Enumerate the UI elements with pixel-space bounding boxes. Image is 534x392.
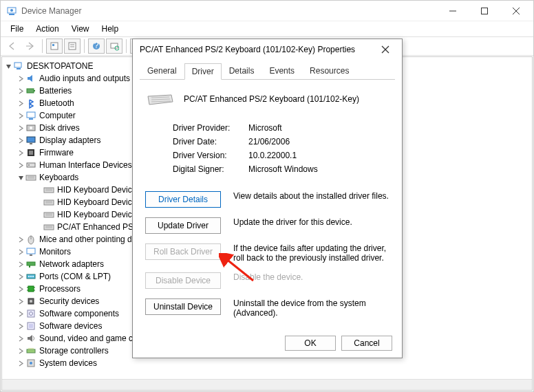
svg-rect-25 (27, 112, 35, 118)
network-icon (25, 259, 36, 270)
disable-device-button[interactable]: Disable Device (145, 272, 221, 289)
disk-icon (25, 122, 36, 133)
menu-action[interactable]: Action (30, 23, 64, 35)
expander-icon[interactable] (16, 150, 25, 156)
tab-events[interactable]: Events (261, 63, 302, 79)
svg-text:?: ? (94, 41, 99, 50)
ok-button[interactable]: OK (285, 336, 336, 351)
expander-icon[interactable] (16, 237, 25, 243)
dialog-close-button[interactable] (376, 45, 395, 54)
expander-icon[interactable] (16, 311, 25, 317)
tree-label: Processors (39, 284, 81, 294)
dialog-footer: OK Cancel (133, 329, 402, 358)
cpu-icon (25, 283, 36, 294)
uninstall-device-button[interactable]: Uninstall Device (145, 298, 221, 315)
audio-icon (25, 73, 36, 84)
tab-driver[interactable]: Driver (184, 63, 222, 80)
minimize-button[interactable] (437, 1, 469, 21)
battery-icon (25, 85, 36, 96)
svg-rect-10 (69, 43, 76, 50)
expander-icon[interactable] (16, 323, 25, 329)
svg-rect-4 (482, 8, 488, 14)
update-driver-button[interactable]: Update Driver (145, 217, 221, 234)
toolbar-scan-icon[interactable] (106, 39, 122, 54)
svg-point-59 (32, 276, 34, 277)
expander-icon[interactable] (16, 274, 25, 280)
tree-label: Keyboards (39, 173, 78, 182)
svg-rect-67 (28, 310, 34, 317)
svg-rect-54 (27, 262, 35, 265)
expander-icon[interactable] (16, 125, 25, 131)
driver-properties-dialog: PC/AT Enhanced PS/2 Keyboard (101/102-Ke… (132, 39, 403, 358)
expander-icon[interactable] (16, 138, 25, 144)
expander-icon[interactable] (3, 63, 13, 69)
menubar: File Action View Help (1, 21, 533, 36)
expander-icon[interactable] (16, 336, 25, 342)
svg-rect-33 (27, 163, 35, 167)
expander-icon[interactable] (16, 76, 25, 82)
computer-icon (13, 61, 24, 72)
tree-label: Security devices (39, 296, 99, 306)
tree-label: System devices (39, 358, 97, 368)
tree-node[interactable]: System devices (3, 357, 531, 369)
expander-icon[interactable] (16, 249, 25, 255)
version-label: Driver Version: (173, 151, 248, 160)
expander-icon[interactable] (16, 175, 25, 181)
softdev-icon (25, 320, 36, 331)
toolbar-properties-icon[interactable] (64, 39, 81, 54)
tree-label: Software devices (39, 321, 102, 331)
maximize-button[interactable] (469, 1, 500, 21)
toolbar-help-icon[interactable]: ? (88, 39, 105, 54)
tree-label: HID Keyboard Device (57, 197, 136, 207)
tab-general[interactable]: General (140, 63, 184, 79)
svg-rect-1 (9, 14, 14, 15)
monitor-icon (25, 246, 36, 257)
keyboard-icon (43, 184, 54, 195)
mouse-icon (25, 234, 36, 245)
menu-view[interactable]: View (66, 23, 95, 35)
expander-icon[interactable] (16, 261, 25, 268)
expander-icon[interactable] (16, 162, 25, 168)
svg-rect-70 (29, 324, 33, 328)
forward-button[interactable] (22, 39, 39, 54)
uninstall-device-desc: Uninstall the device from the system (Ad… (233, 298, 389, 318)
tree-label: HID Keyboard Device (57, 210, 136, 219)
roll-back-driver-desc: If the device fails after updating the d… (233, 243, 389, 263)
sound-icon (25, 333, 36, 344)
update-driver-desc: Update the driver for this device. (233, 217, 389, 227)
keyboard-icon (43, 221, 54, 232)
keyboard-icon (43, 197, 54, 208)
tree-label: Monitors (39, 247, 71, 257)
expander-icon[interactable] (16, 113, 25, 119)
window-title: Device Manager (21, 6, 437, 16)
tab-resources[interactable]: Resources (302, 63, 356, 79)
tree-label: Human Interface Devices (39, 160, 132, 170)
expander-icon[interactable] (16, 360, 25, 367)
driver-details-desc: View details about the installed driver … (233, 191, 389, 201)
toolbar-action-icon[interactable] (46, 39, 63, 54)
expander-icon[interactable] (16, 88, 25, 94)
tab-details[interactable]: Details (222, 63, 262, 79)
system-icon (25, 358, 36, 369)
expander-icon[interactable] (16, 286, 25, 292)
roll-back-driver-button[interactable]: Roll Back Driver (145, 243, 221, 260)
keyboard-icon (25, 172, 36, 183)
menu-file[interactable]: File (5, 23, 29, 35)
svg-point-34 (28, 164, 30, 166)
expander-icon[interactable] (16, 100, 25, 107)
tree-label: Software components (39, 309, 119, 318)
menu-help[interactable]: Help (96, 23, 125, 35)
expander-icon[interactable] (16, 298, 25, 305)
svg-rect-71 (27, 349, 35, 353)
cancel-button[interactable]: Cancel (341, 336, 392, 351)
horizontal-scrollbar[interactable] (2, 379, 532, 390)
svg-rect-32 (29, 151, 33, 155)
close-button[interactable] (500, 1, 532, 21)
expander-icon[interactable] (16, 348, 25, 354)
disable-device-desc: Disable the device. (233, 272, 389, 282)
back-button[interactable] (4, 39, 21, 54)
dialog-body: PC/AT Enhanced PS/2 Keyboard (101/102-Ke… (133, 80, 402, 329)
display-icon (25, 135, 36, 146)
security-icon (25, 296, 36, 307)
driver-details-button[interactable]: Driver Details (145, 191, 221, 208)
